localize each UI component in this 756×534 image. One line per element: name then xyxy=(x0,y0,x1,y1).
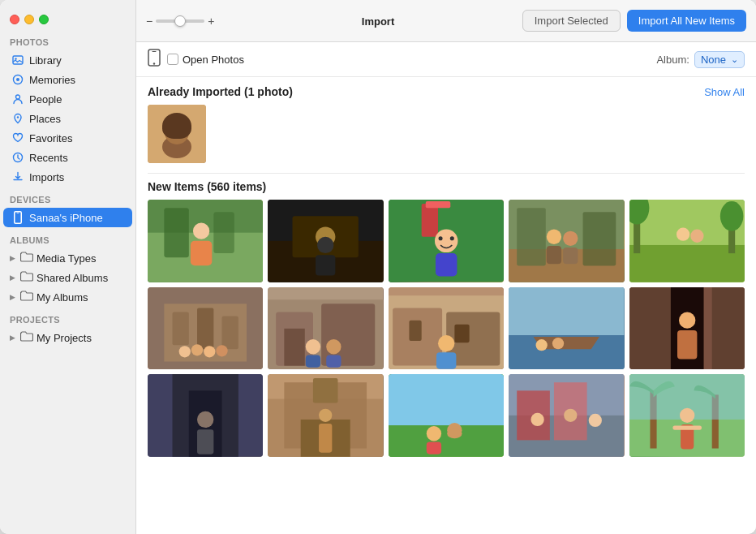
svg-point-1 xyxy=(15,58,16,59)
sidebar-item-shared-albums[interactable]: ▶ Shared Albums xyxy=(3,268,132,287)
photo-icon xyxy=(11,54,24,67)
svg-rect-93 xyxy=(677,330,697,360)
photo-cell[interactable] xyxy=(629,374,745,457)
open-photos-checkbox[interactable] xyxy=(167,54,178,65)
photo-cell[interactable] xyxy=(509,200,624,282)
sidebar-item-library[interactable]: Library xyxy=(3,50,132,70)
photo-cell[interactable] xyxy=(389,200,504,282)
open-photos-toggle[interactable]: Open Photos xyxy=(167,54,244,66)
slider-track[interactable] xyxy=(156,19,204,23)
photo-cell[interactable] xyxy=(509,287,624,370)
titlebar-actions: Import Selected Import All New Items xyxy=(522,10,746,32)
zoom-minus-button[interactable]: − xyxy=(146,15,152,27)
slider-thumb[interactable] xyxy=(174,15,186,27)
sidebar-item-my-projects[interactable]: ▶ My Projects xyxy=(3,328,132,347)
iphone-icon xyxy=(11,211,24,224)
photo-cell[interactable] xyxy=(148,374,263,457)
svg-rect-82 xyxy=(436,352,456,368)
scroll-area[interactable]: Already Imported (1 photo) Show All xyxy=(136,77,756,534)
svg-point-19 xyxy=(173,134,181,139)
svg-point-39 xyxy=(438,236,442,240)
svg-rect-7 xyxy=(15,212,22,224)
app-window: Photos Library xyxy=(0,0,756,534)
svg-rect-111 xyxy=(427,442,441,454)
svg-point-104 xyxy=(319,409,332,422)
sidebar-item-people[interactable]: People xyxy=(3,89,132,109)
already-imported-title: Already Imported (1 photo) xyxy=(148,85,293,98)
svg-rect-33 xyxy=(316,255,335,275)
svg-point-63 xyxy=(191,344,203,355)
chevron-right-icon-4: ▶ xyxy=(10,334,15,342)
svg-point-56 xyxy=(690,230,703,243)
svg-rect-98 xyxy=(197,430,213,455)
photo-cell[interactable] xyxy=(629,287,745,370)
svg-rect-61 xyxy=(222,316,238,349)
svg-point-64 xyxy=(204,346,215,357)
svg-rect-107 xyxy=(389,424,504,457)
svg-rect-70 xyxy=(285,329,305,366)
photo-cell[interactable] xyxy=(509,374,624,457)
sidebar-item-recents[interactable]: Recents xyxy=(3,148,132,167)
sidebar-item-media-types-label: Media Types xyxy=(37,252,96,265)
sidebar-item-memories[interactable]: Memories xyxy=(3,70,132,89)
sidebar-item-people-label: People xyxy=(29,93,62,106)
phone-icon xyxy=(148,49,161,70)
sidebar-item-imports[interactable]: Imports xyxy=(3,167,132,187)
photo-cell[interactable] xyxy=(268,287,383,370)
svg-rect-60 xyxy=(197,308,213,349)
album-selector: Album: None ⌄ xyxy=(656,51,745,68)
svg-rect-74 xyxy=(327,355,341,367)
svg-rect-73 xyxy=(306,355,320,367)
svg-point-18 xyxy=(181,131,183,133)
svg-rect-102 xyxy=(313,379,338,404)
sidebar-item-memories-label: Memories xyxy=(29,74,75,86)
photo-cell[interactable] xyxy=(389,287,504,370)
close-button[interactable] xyxy=(10,15,19,24)
svg-rect-89 xyxy=(629,287,671,370)
photo-cell[interactable] xyxy=(389,374,504,457)
albums-section-label: Albums xyxy=(0,227,135,248)
svg-point-4 xyxy=(16,95,20,99)
svg-rect-48 xyxy=(563,248,578,264)
imported-photo-thumb[interactable] xyxy=(148,105,206,163)
svg-rect-50 xyxy=(629,245,745,282)
zoom-slider[interactable]: − + xyxy=(146,15,214,27)
open-photos-label: Open Photos xyxy=(183,54,244,66)
sidebar-item-media-types[interactable]: ▶ Media Types xyxy=(3,248,132,268)
sidebar-item-favorites[interactable]: Favorites xyxy=(3,128,132,148)
photo-cell[interactable] xyxy=(268,200,383,282)
sidebar-item-my-albums-label: My Albums xyxy=(37,291,88,304)
svg-point-117 xyxy=(531,413,544,426)
heart-icon xyxy=(11,131,24,144)
photo-cell[interactable] xyxy=(148,287,263,370)
svg-rect-59 xyxy=(173,312,189,345)
sidebar-item-places[interactable]: Places xyxy=(3,109,132,128)
photo-grid xyxy=(148,200,745,282)
album-dropdown[interactable]: None ⌄ xyxy=(694,51,745,68)
svg-rect-10 xyxy=(152,51,157,52)
show-all-link[interactable]: Show All xyxy=(704,86,745,98)
svg-rect-105 xyxy=(319,424,332,453)
photo-cell[interactable] xyxy=(629,200,745,282)
new-items-header: New Items (560 items) xyxy=(148,180,745,193)
svg-rect-85 xyxy=(509,287,624,335)
titlebar: − + Import Import Selected Import All Ne… xyxy=(136,0,756,42)
sidebar-item-device[interactable]: Sanaa's iPhone xyxy=(3,208,132,227)
import-selected-button[interactable]: Import Selected xyxy=(522,10,621,32)
memories-icon xyxy=(11,73,24,86)
new-items-title: New Items (560 items) xyxy=(148,180,266,193)
import-all-button[interactable]: Import All New Items xyxy=(627,10,746,32)
sidebar-item-places-label: Places xyxy=(29,113,61,125)
maximize-button[interactable] xyxy=(39,15,49,24)
svg-point-14 xyxy=(165,120,189,144)
svg-rect-27 xyxy=(191,241,212,266)
photo-cell[interactable] xyxy=(148,200,263,282)
sidebar-item-my-albums[interactable]: ▶ My Albums xyxy=(3,287,132,307)
svg-point-109 xyxy=(427,427,441,441)
minimize-button[interactable] xyxy=(24,15,34,24)
zoom-plus-button[interactable]: + xyxy=(208,15,214,27)
svg-rect-36 xyxy=(426,201,451,208)
photo-cell[interactable] xyxy=(268,374,383,457)
sidebar-item-favorites-label: Favorites xyxy=(29,132,72,144)
svg-point-112 xyxy=(447,429,462,439)
